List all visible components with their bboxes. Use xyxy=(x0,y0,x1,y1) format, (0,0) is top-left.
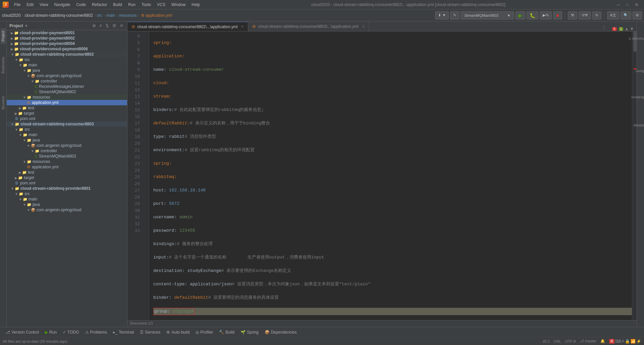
search-button[interactable]: 🔍 xyxy=(621,11,631,19)
run-with-coverage-button[interactable]: ▶% xyxy=(540,11,552,19)
tree-item-java1[interactable]: ▼ 📁 java xyxy=(7,68,127,73)
project-tab[interactable]: Project xyxy=(1,28,6,44)
tree-item-payment8004[interactable]: ▶ 📁 cloud-provider-payment8004 xyxy=(7,41,127,46)
tree-item-payment8001[interactable]: ▶ 📁 cloud-provider-payment8001 xyxy=(7,30,127,36)
tree-item-consumer8802[interactable]: ▼ 📁 cloud-stream-rabbitmq-consumer8802 xyxy=(7,52,127,57)
tree-item-receivemsg[interactable]: C ReceiveMessageListener xyxy=(7,84,127,89)
dependencies-button[interactable]: 📦 Dependencies xyxy=(262,329,300,335)
translate-button[interactable]: A文 xyxy=(607,11,619,19)
menu-navigate[interactable]: Navigate xyxy=(52,2,73,8)
services-button[interactable]: ☰ Services xyxy=(137,329,163,335)
tree-item-resources1[interactable]: ▼ 📁 resources xyxy=(7,95,127,100)
build-panel-button[interactable]: 🔨 Build xyxy=(216,329,237,335)
menu-file[interactable]: File xyxy=(11,2,23,8)
menu-help[interactable]: Help xyxy=(189,2,203,8)
tree-item-pom2[interactable]: 🗎 pom.xml xyxy=(7,180,127,186)
tree-item-appyml1[interactable]: ⚙ application.yml xyxy=(7,100,127,105)
refresh-button[interactable]: ↻ xyxy=(592,11,601,19)
menu-code[interactable]: Code xyxy=(73,2,89,8)
menu-build[interactable]: Build xyxy=(110,2,125,8)
run-config-dropdown[interactable]: StreamMQMain8803 ▼ xyxy=(461,11,514,19)
breadcrumb-resources[interactable]: resources xyxy=(119,13,137,18)
tree-item-pkg1[interactable]: ▼ 📦 com.angenin.springcloud xyxy=(7,73,127,78)
close-tab-2[interactable]: ✕ xyxy=(362,24,365,29)
locate-file-icon[interactable]: ⊕ xyxy=(91,23,97,28)
vcs-update-button[interactable]: ⬇ ▼ xyxy=(435,11,449,19)
tree-item-controller2[interactable]: ▼ 📁 controller xyxy=(7,148,127,154)
version-control-button[interactable]: ⎇ Version Control xyxy=(3,329,42,335)
tree-item-payment8002[interactable]: ▶ 📁 cloud-provider-payment8002 xyxy=(7,36,127,41)
run-panel-button[interactable]: ▶ Run xyxy=(42,329,59,335)
build-button[interactable]: ⚒ xyxy=(568,11,577,19)
tree-item-target2[interactable]: ▶ 📁 target xyxy=(7,175,127,180)
tree-item-pom1[interactable]: 🗎 pom.xml xyxy=(7,116,127,121)
breadcrumb-module[interactable]: cloud-stream-rabbitmq-consumer8802 xyxy=(24,13,93,18)
bookmarks-tab[interactable]: Bookmarks xyxy=(1,54,6,76)
rebuild-button[interactable]: ↺⚒ xyxy=(579,11,591,19)
code-area[interactable]: spring: application: name: cloud-stream-… xyxy=(149,32,632,320)
sort-icon[interactable]: ⇅ xyxy=(104,23,110,28)
tab-overflow-button[interactable]: ⋮ xyxy=(599,24,609,31)
encoding[interactable]: UTF-8 xyxy=(565,339,576,343)
structure-tab[interactable]: Structure xyxy=(1,94,6,113)
menu-refactor[interactable]: Refactor xyxy=(89,2,110,8)
tree-item-pkg2[interactable]: ▼ 📦 com.angenin.springcloud xyxy=(7,143,127,148)
tree-item-main2[interactable]: ▼ 📁 main xyxy=(7,132,127,137)
maven-tab[interactable]: Maven xyxy=(633,68,644,73)
tree-item-streammain8803[interactable]: C StreamMQMain8803 xyxy=(7,154,127,159)
line-separator[interactable]: CRL xyxy=(554,339,561,343)
settings-button[interactable]: ⚙ xyxy=(633,11,642,19)
database-tab[interactable]: Database xyxy=(631,123,644,128)
tree-item-consul8006[interactable]: ▶ 📁 cloud-providerconsul-payment8006 xyxy=(7,46,127,52)
tree-item-src1[interactable]: ▼ 📁 src xyxy=(7,57,127,62)
notifications-status[interactable]: 🔔 xyxy=(600,339,605,343)
menu-run[interactable]: Run xyxy=(125,2,138,8)
debug-button[interactable]: 🐛 xyxy=(527,11,538,19)
tree-item-pkg3[interactable]: ▼ 📦 com.angenin.springcloud xyxy=(7,207,127,213)
close-button[interactable]: ✕ xyxy=(632,2,641,7)
editor-tab-consumer8802[interactable]: ⚙ cloud-stream-rabbitmq-consumer8802\...… xyxy=(127,22,248,31)
menu-window[interactable]: Window xyxy=(169,2,189,8)
tree-item-main3[interactable]: ▼ 📁 main xyxy=(7,196,127,202)
autobuild-button[interactable]: ⚙ Auto-build xyxy=(164,329,192,335)
notifications-tab[interactable]: Notifications xyxy=(629,95,644,100)
menu-tools[interactable]: Tools xyxy=(139,2,154,8)
nav-prev-error[interactable]: ▲ xyxy=(625,26,629,31)
tree-item-controller1[interactable]: ▼ 📁 controller xyxy=(7,78,127,84)
menu-vcs[interactable]: VCS xyxy=(154,2,168,8)
close-panel-icon[interactable]: ✕ xyxy=(119,23,124,28)
breadcrumb-file[interactable]: ⚙ application.yml xyxy=(141,13,172,18)
key-promoter-tab[interactable]: Key Promoter X xyxy=(626,36,644,41)
spring-button[interactable]: 🌱 Spring xyxy=(238,329,261,335)
problems-button[interactable]: ⚠ Problems xyxy=(83,329,110,335)
close-tab-1[interactable]: ✕ xyxy=(241,24,244,29)
tree-item-java3[interactable]: ▼ 📁 java xyxy=(7,202,127,207)
menu-view[interactable]: View xyxy=(37,2,51,8)
tree-item-appyml2[interactable]: ⚙ application.yml xyxy=(7,164,127,170)
run-button[interactable]: ▶ xyxy=(516,11,525,19)
terminal-button[interactable]: ▸_ Terminal xyxy=(110,329,137,335)
breadcrumb-project[interactable]: cloud2020 xyxy=(2,13,20,18)
minimize-button[interactable]: ─ xyxy=(614,2,623,7)
stop-button[interactable]: ■ xyxy=(553,11,562,19)
cursor-position[interactable]: 25:1 xyxy=(543,339,550,343)
tree-item-target1[interactable]: ▶ 📁 target xyxy=(7,111,127,116)
tree-item-java2[interactable]: ▼ 📁 java xyxy=(7,137,127,143)
collapse-all-icon[interactable]: ≡ xyxy=(98,23,103,28)
vcs-commit-button[interactable]: ✎ xyxy=(450,11,459,19)
tree-item-streammain8802[interactable]: C StreamMQMain8802 xyxy=(7,89,127,95)
git-branch[interactable]: ⎇ master xyxy=(580,339,596,343)
editor-scrollbar[interactable] xyxy=(632,32,637,320)
todo-button[interactable]: ✓ TODO xyxy=(60,329,82,335)
settings-icon[interactable]: ⚙ xyxy=(111,23,117,28)
menu-edit[interactable]: Edit xyxy=(24,2,36,8)
editor-tab-consumer8803[interactable]: ⚙ cloud-stream-rabbitmq-consumer8803\...… xyxy=(248,22,369,31)
nav-next-error[interactable]: ▼ xyxy=(630,26,634,31)
tree-item-src3[interactable]: ▼ 📁 src xyxy=(7,191,127,196)
tree-item-test2[interactable]: ▶ 📁 test xyxy=(7,170,127,175)
tree-item-consumer8803[interactable]: ▼ 📁 cloud-stream-rabbitmq-consumer8803 xyxy=(7,121,127,127)
tree-item-test1[interactable]: ▶ 📁 test xyxy=(7,105,127,111)
maximize-button[interactable]: □ xyxy=(624,2,631,7)
tree-item-main1[interactable]: ▼ 📁 main xyxy=(7,62,127,68)
breadcrumb-main[interactable]: main xyxy=(106,13,115,18)
